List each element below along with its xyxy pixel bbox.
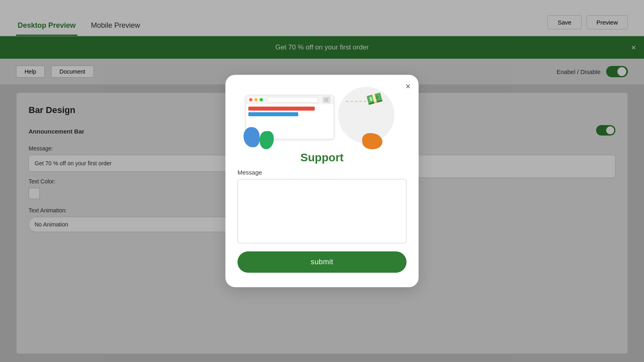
browser-dot-red	[249, 98, 252, 101]
modal-overlay[interactable]: × 🛒 💵	[0, 0, 644, 362]
blob-orange	[362, 133, 382, 149]
browser-titlebar: 🛒	[246, 95, 334, 104]
browser-addressbar	[267, 97, 318, 103]
browser-dot-green	[260, 98, 263, 101]
modal-message-textarea[interactable]	[237, 179, 407, 243]
browser-cart-icon: 🛒	[322, 97, 330, 103]
browser-content	[246, 104, 334, 119]
modal-illustration: 🛒 💵	[237, 87, 407, 151]
browser-bar-2	[248, 112, 298, 116]
browser-bar-1	[248, 107, 315, 111]
modal-submit-button[interactable]: submit	[237, 251, 407, 273]
blob-blue	[244, 127, 260, 147]
blob-green	[260, 131, 274, 149]
support-modal: × 🛒 💵	[225, 75, 419, 287]
dashed-arrow	[346, 101, 366, 102]
browser-dot-yellow	[254, 98, 258, 101]
modal-message-label: Message	[237, 169, 407, 176]
modal-title: Support	[237, 151, 407, 164]
